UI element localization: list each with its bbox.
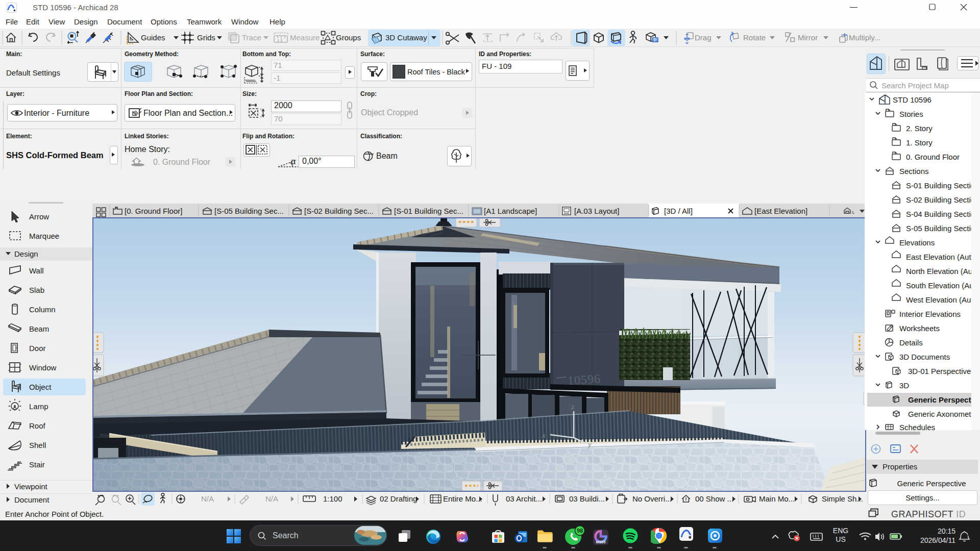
svg-text:z: z bbox=[967, 532, 970, 537]
svg-text:M365: M365 bbox=[596, 540, 606, 544]
svg-text:98: 98 bbox=[577, 528, 583, 534]
